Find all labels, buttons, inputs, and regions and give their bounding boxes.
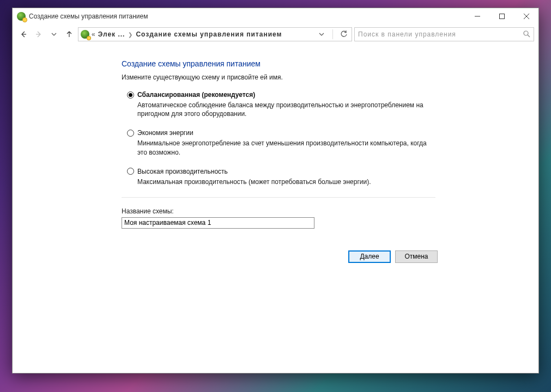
svg-line-7 (528, 35, 530, 37)
content-area: Создание схемы управления питанием Измен… (13, 44, 538, 373)
svg-rect-1 (499, 14, 504, 19)
divider (332, 29, 333, 39)
breadcrumb-current[interactable]: Создание схемы управления питанием (136, 30, 282, 38)
titlebar: Создание схемы управления питанием (13, 8, 538, 24)
divider (122, 197, 435, 198)
minimize-button[interactable] (465, 8, 489, 24)
forward-button[interactable] (32, 28, 45, 41)
address-history-button[interactable] (316, 29, 327, 40)
maximize-button[interactable] (489, 8, 514, 24)
refresh-button[interactable] (338, 29, 349, 40)
address-bar[interactable]: « Элек ... ❯ Создание схемы управления п… (78, 27, 352, 41)
plan-title[interactable]: Высокая производительность (137, 168, 228, 175)
window-title: Создание схемы управления питанием (29, 13, 465, 20)
plan-description: Минимальное энергопотребление за счет ум… (137, 139, 432, 156)
page-subtitle: Измените существующую схему и присвойте … (122, 74, 538, 81)
breadcrumb-root[interactable]: Элек ... (98, 30, 125, 38)
power-plan-option: Высокая производительностьМаксимальная п… (127, 168, 432, 186)
window: Создание схемы управления питанием (12, 8, 539, 373)
page-heading: Создание схемы управления питанием (122, 59, 538, 68)
plan-description: Автоматическое соблюдение баланса между … (137, 101, 432, 118)
power-options-icon (17, 12, 26, 21)
toolbar: « Элек ... ❯ Создание схемы управления п… (13, 24, 538, 44)
plan-title[interactable]: Сбалансированная (рекомендуется) (137, 91, 255, 99)
window-controls (465, 8, 538, 24)
back-button[interactable] (17, 28, 30, 41)
cancel-button[interactable]: Отмена (395, 250, 438, 263)
plan-title[interactable]: Экономия энергии (137, 129, 193, 137)
close-button[interactable] (514, 8, 538, 24)
power-plan-option: Сбалансированная (рекомендуется)Автомати… (127, 91, 432, 118)
svg-point-6 (524, 31, 528, 35)
power-plan-option: Экономия энергииМинимальное энергопотреб… (127, 129, 432, 156)
next-button[interactable]: Далее (348, 250, 391, 263)
radio-button[interactable] (127, 168, 134, 175)
button-row: Далее Отмена (122, 250, 438, 263)
plan-name-input[interactable] (122, 217, 314, 229)
up-button[interactable] (63, 28, 76, 41)
power-options-icon (81, 30, 89, 39)
breadcrumb-prefix: « (92, 30, 96, 38)
plan-name-label: Название схемы: (122, 207, 538, 215)
radio-button[interactable] (127, 91, 134, 99)
radio-button[interactable] (127, 130, 134, 137)
plan-description: Максимальная производительность (может п… (137, 177, 432, 186)
search-input[interactable] (358, 30, 523, 38)
chevron-right-icon[interactable]: ❯ (127, 32, 134, 38)
search-icon[interactable] (523, 30, 530, 39)
search-box[interactable] (354, 27, 534, 41)
recent-locations-button[interactable] (47, 28, 60, 41)
